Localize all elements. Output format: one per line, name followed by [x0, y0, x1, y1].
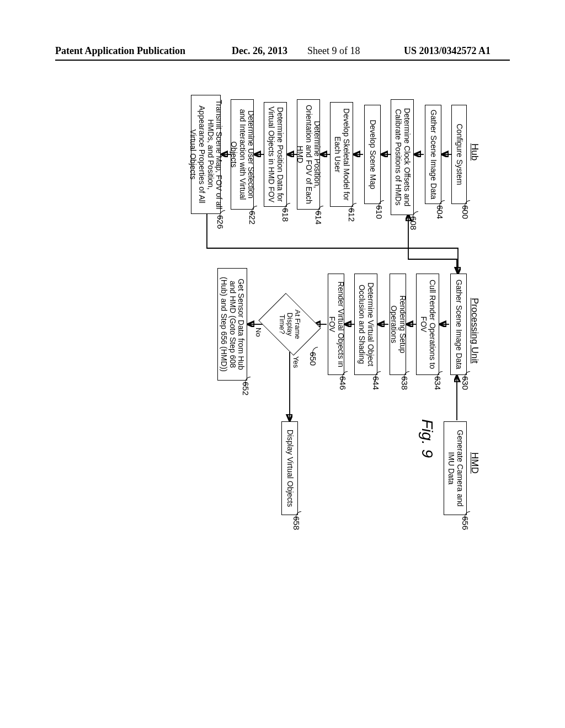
lead-604 — [439, 200, 445, 210]
header-pubno: US 2013/0342572 A1 — [404, 45, 491, 57]
hub-clock: Determine Clock Offsets and Calibrate Po… — [391, 99, 414, 215]
lead-638 — [404, 371, 409, 381]
pu-decision-text: At Frame Display Time? — [265, 299, 315, 349]
hub-gather: Gather Scene Image Data — [425, 105, 441, 204]
hub-selection: Determine User Selection and Interaction… — [231, 99, 254, 210]
lead-646 — [342, 371, 348, 381]
lead-610 — [379, 200, 384, 210]
lead-630 — [465, 371, 470, 381]
pu-getsensor: Get Sensor Data from Hub and HMD (Goto S… — [217, 268, 247, 381]
lead-652 — [245, 377, 250, 387]
pu-gather: Gather Scene Image Data — [450, 274, 467, 375]
lead-612 — [351, 203, 356, 213]
hmd-display: Display Virtual Objects — [281, 421, 298, 515]
hub-transmit: Transmit Scene Map, FOV of all HMDs, and… — [191, 95, 221, 214]
header-rule — [55, 60, 510, 61]
pu-setup: Rendering Setup Operations — [390, 274, 406, 375]
header-left: Patent Application Publication — [55, 45, 185, 57]
lead-656 — [465, 511, 470, 521]
pu-occl: Determine Virtual Object Occlusion and S… — [354, 274, 377, 375]
header-sheet: Sheet 9 of 18 — [307, 45, 360, 57]
hub-scenemap: Develop Scene Map — [364, 105, 381, 204]
diagram: Hub Processing Unit HMD Fig. 9 — [88, 94, 480, 568]
hmd-generate: Generate Camera and IMU Data — [444, 421, 467, 515]
lead-658 — [296, 511, 301, 521]
pu-cull: Cull Render Operations to FOV — [416, 274, 439, 375]
hub-fov: Determine Position, Orientation and FOV … — [297, 99, 320, 210]
hub-posdata: Determine Position Data for Virtual Obje… — [264, 102, 287, 207]
lead-622 — [252, 206, 257, 216]
pu-decision: At Frame Display Time? — [265, 299, 315, 349]
lead-608 — [413, 211, 418, 221]
diagram-stage: Hub Processing Unit HMD Fig. 9 — [88, 94, 480, 568]
lead-634 — [437, 371, 443, 381]
lead-618 — [285, 203, 290, 213]
lead-650 — [312, 347, 318, 357]
pu-render: Render Virtual Objects in FOV — [328, 274, 344, 375]
lead-644 — [375, 371, 381, 381]
lead-626 — [220, 210, 225, 220]
header-date: Dec. 26, 2013 — [232, 45, 287, 57]
hub-configure: Configure System — [451, 105, 467, 204]
lead-600 — [465, 200, 470, 210]
label-no: No — [254, 328, 263, 337]
label-yes: Yes — [292, 356, 300, 368]
hub-skeletal: Develop Skeletal Model for Each User — [330, 102, 353, 207]
lead-614 — [318, 206, 323, 216]
